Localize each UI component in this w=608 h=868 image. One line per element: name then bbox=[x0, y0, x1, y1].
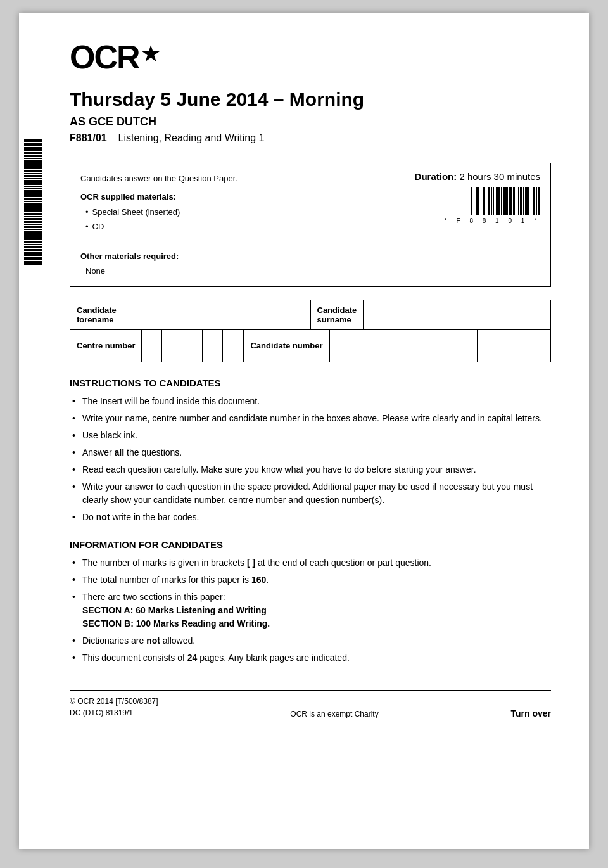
barcode-image bbox=[471, 187, 540, 215]
surname-write[interactable] bbox=[364, 300, 550, 329]
surname-label: Candidatesurname bbox=[311, 300, 364, 329]
ocr-item-2: CD bbox=[86, 219, 238, 234]
centre-label: Centre number bbox=[70, 330, 142, 362]
info-box: Candidates answer on the Question Paper.… bbox=[70, 163, 551, 287]
candidate-num-label: Candidate number bbox=[244, 330, 329, 362]
centre-box-2[interactable] bbox=[162, 330, 182, 362]
forename-section: Candidateforename bbox=[70, 300, 311, 329]
centre-box-3[interactable] bbox=[182, 330, 203, 362]
centre-box-5[interactable] bbox=[223, 330, 243, 362]
forename-label: Candidateforename bbox=[70, 300, 124, 329]
centre-boxes bbox=[142, 330, 243, 362]
info-candidates-title: INFORMATION FOR CANDIDATES bbox=[70, 539, 551, 550]
info-left: Candidates answer on the Question Paper.… bbox=[80, 171, 238, 279]
candidate-num-box-2[interactable] bbox=[403, 330, 477, 362]
candidate-row-1: Candidateforename Candidatesurname bbox=[70, 300, 551, 329]
exam-description: Listening, Reading and Writing 1 bbox=[118, 132, 265, 143]
exam-level: AS GCE DUTCH bbox=[70, 115, 551, 129]
instruction-7: Do not write in the bar codes. bbox=[70, 511, 551, 524]
info-item-3: There are two sections in this paper: SE… bbox=[70, 590, 551, 630]
footer-turnover: Turn over bbox=[510, 708, 551, 718]
info-item-4: Dictionaries are not allowed. bbox=[70, 634, 551, 648]
info-list: The number of marks is given in brackets… bbox=[70, 556, 551, 665]
other-materials-label: Other materials required: bbox=[80, 249, 238, 264]
centre-section: Centre number bbox=[70, 330, 244, 362]
footer-charity: OCR is an exempt Charity bbox=[290, 710, 378, 718]
candidate-row-2: Centre number Candidate number bbox=[70, 329, 551, 362]
instruction-5: Read each question carefully. Make sure … bbox=[70, 463, 551, 476]
candidate-num-box-1[interactable] bbox=[330, 330, 403, 362]
ocr-supplied-label: OCR supplied materials: bbox=[80, 189, 238, 204]
info-for-candidates: INFORMATION FOR CANDIDATES The number of… bbox=[70, 539, 551, 665]
info-item-5: This document consists of 24 pages. Any … bbox=[70, 651, 551, 665]
ocr-logo: OCR ★ bbox=[70, 38, 551, 76]
centre-box-4[interactable] bbox=[203, 330, 223, 362]
ocr-logo-text: OCR bbox=[70, 38, 139, 76]
duration-value: 2 hours 30 minutes bbox=[459, 171, 540, 182]
duration-section: Duration: 2 hours 30 minutes bbox=[415, 171, 540, 224]
instruction-6: Write your answer to each question in th… bbox=[70, 480, 551, 507]
instruction-2: Write your name, centre number and candi… bbox=[70, 412, 551, 425]
info-item-2: The total number of marks for this paper… bbox=[70, 573, 551, 587]
surname-section: Candidatesurname bbox=[311, 300, 551, 329]
candidate-num-box-3[interactable] bbox=[478, 330, 550, 362]
footer: © OCR 2014 [T/500/8387] DC (DTC) 81319/1… bbox=[70, 690, 551, 718]
candidates-line: Candidates answer on the Question Paper. bbox=[80, 171, 238, 186]
instruction-3: Use black ink. bbox=[70, 429, 551, 442]
instructions-section: INSTRUCTIONS TO CANDIDATES The Insert wi… bbox=[70, 378, 551, 524]
candidate-num-boxes bbox=[330, 330, 550, 362]
duration-label: Duration: bbox=[415, 171, 457, 182]
star-icon: ★ bbox=[141, 41, 161, 67]
instructions-list: The Insert will be found inside this doc… bbox=[70, 395, 551, 524]
instructions-title: INSTRUCTIONS TO CANDIDATES bbox=[70, 378, 551, 388]
barcode-text: * F 8 8 1 0 1 * bbox=[445, 217, 540, 224]
instruction-4: Answer all the questions. bbox=[70, 446, 551, 459]
exam-code: F881/01 bbox=[70, 132, 107, 143]
instruction-1: The Insert will be found inside this doc… bbox=[70, 395, 551, 408]
forename-write[interactable] bbox=[124, 300, 310, 329]
candidate-num-section: Candidate number bbox=[244, 330, 550, 362]
side-barcode bbox=[24, 139, 42, 279]
info-item-1: The number of marks is given in brackets… bbox=[70, 556, 551, 570]
exam-title: Thursday 5 June 2014 – Morning bbox=[70, 89, 551, 110]
centre-box-1[interactable] bbox=[142, 330, 162, 362]
info-row: Candidates answer on the Question Paper.… bbox=[80, 171, 540, 279]
exam-code-line: F881/01 Listening, Reading and Writing 1 bbox=[70, 132, 551, 144]
footer-left: © OCR 2014 [T/500/8387] DC (DTC) 81319/1 bbox=[70, 696, 158, 718]
ocr-item-1: Special Sheet (inserted) bbox=[86, 205, 238, 219]
other-materials-value: None bbox=[86, 264, 238, 278]
footer-copyright: © OCR 2014 [T/500/8387] bbox=[70, 696, 158, 707]
footer-dc: DC (DTC) 81319/1 bbox=[70, 707, 158, 718]
